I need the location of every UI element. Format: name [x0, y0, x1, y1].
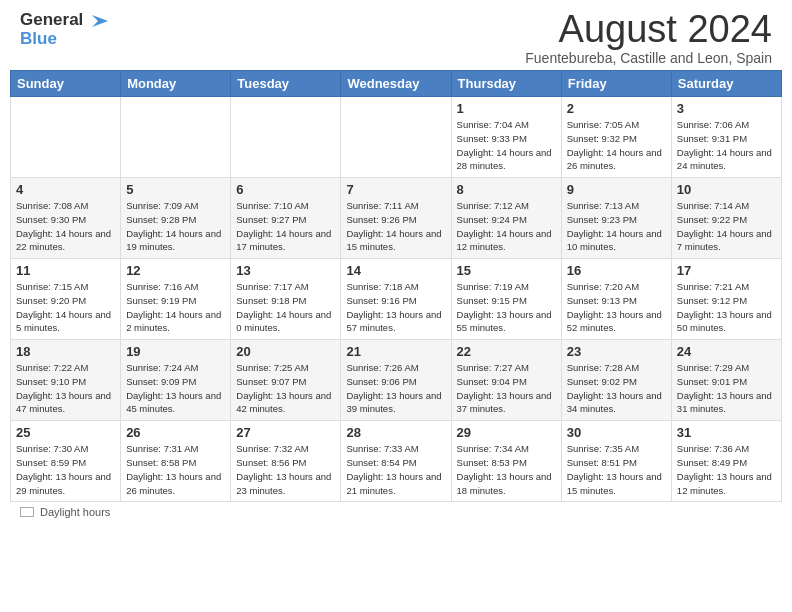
day-number: 10 [677, 182, 776, 197]
day-number: 2 [567, 101, 666, 116]
calendar-cell: 6Sunrise: 7:10 AM Sunset: 9:27 PM Daylig… [231, 178, 341, 259]
calendar-cell: 19Sunrise: 7:24 AM Sunset: 9:09 PM Dayli… [121, 340, 231, 421]
calendar-cell: 23Sunrise: 7:28 AM Sunset: 9:02 PM Dayli… [561, 340, 671, 421]
day-info: Sunrise: 7:25 AM Sunset: 9:07 PM Dayligh… [236, 361, 335, 416]
calendar-cell [231, 97, 341, 178]
day-number: 13 [236, 263, 335, 278]
calendar-cell: 4Sunrise: 7:08 AM Sunset: 9:30 PM Daylig… [11, 178, 121, 259]
day-info: Sunrise: 7:35 AM Sunset: 8:51 PM Dayligh… [567, 442, 666, 497]
calendar-cell: 22Sunrise: 7:27 AM Sunset: 9:04 PM Dayli… [451, 340, 561, 421]
day-info: Sunrise: 7:21 AM Sunset: 9:12 PM Dayligh… [677, 280, 776, 335]
day-number: 20 [236, 344, 335, 359]
logo-blue: Blue [20, 29, 57, 49]
day-number: 24 [677, 344, 776, 359]
day-number: 12 [126, 263, 225, 278]
day-number: 27 [236, 425, 335, 440]
day-info: Sunrise: 7:04 AM Sunset: 9:33 PM Dayligh… [457, 118, 556, 173]
calendar-cell: 29Sunrise: 7:34 AM Sunset: 8:53 PM Dayli… [451, 421, 561, 502]
calendar-cell: 17Sunrise: 7:21 AM Sunset: 9:12 PM Dayli… [671, 259, 781, 340]
day-info: Sunrise: 7:08 AM Sunset: 9:30 PM Dayligh… [16, 199, 115, 254]
calendar-table: SundayMondayTuesdayWednesdayThursdayFrid… [10, 70, 782, 502]
calendar-cell: 13Sunrise: 7:17 AM Sunset: 9:18 PM Dayli… [231, 259, 341, 340]
day-info: Sunrise: 7:15 AM Sunset: 9:20 PM Dayligh… [16, 280, 115, 335]
calendar-cell: 24Sunrise: 7:29 AM Sunset: 9:01 PM Dayli… [671, 340, 781, 421]
day-number: 4 [16, 182, 115, 197]
day-info: Sunrise: 7:33 AM Sunset: 8:54 PM Dayligh… [346, 442, 445, 497]
day-info: Sunrise: 7:27 AM Sunset: 9:04 PM Dayligh… [457, 361, 556, 416]
calendar-cell: 20Sunrise: 7:25 AM Sunset: 9:07 PM Dayli… [231, 340, 341, 421]
day-info: Sunrise: 7:26 AM Sunset: 9:06 PM Dayligh… [346, 361, 445, 416]
daylight-label: Daylight hours [40, 506, 110, 518]
day-info: Sunrise: 7:13 AM Sunset: 9:23 PM Dayligh… [567, 199, 666, 254]
calendar-cell: 1Sunrise: 7:04 AM Sunset: 9:33 PM Daylig… [451, 97, 561, 178]
day-info: Sunrise: 7:12 AM Sunset: 9:24 PM Dayligh… [457, 199, 556, 254]
day-number: 19 [126, 344, 225, 359]
day-number: 8 [457, 182, 556, 197]
day-header: Friday [561, 71, 671, 97]
day-info: Sunrise: 7:18 AM Sunset: 9:16 PM Dayligh… [346, 280, 445, 335]
day-info: Sunrise: 7:22 AM Sunset: 9:10 PM Dayligh… [16, 361, 115, 416]
day-info: Sunrise: 7:30 AM Sunset: 8:59 PM Dayligh… [16, 442, 115, 497]
calendar-cell: 12Sunrise: 7:16 AM Sunset: 9:19 PM Dayli… [121, 259, 231, 340]
day-number: 28 [346, 425, 445, 440]
day-info: Sunrise: 7:28 AM Sunset: 9:02 PM Dayligh… [567, 361, 666, 416]
logo: General Blue [20, 10, 110, 49]
calendar-cell: 18Sunrise: 7:22 AM Sunset: 9:10 PM Dayli… [11, 340, 121, 421]
day-info: Sunrise: 7:36 AM Sunset: 8:49 PM Dayligh… [677, 442, 776, 497]
calendar-cell: 30Sunrise: 7:35 AM Sunset: 8:51 PM Dayli… [561, 421, 671, 502]
calendar-cell: 3Sunrise: 7:06 AM Sunset: 9:31 PM Daylig… [671, 97, 781, 178]
calendar-cell: 21Sunrise: 7:26 AM Sunset: 9:06 PM Dayli… [341, 340, 451, 421]
calendar-cell: 8Sunrise: 7:12 AM Sunset: 9:24 PM Daylig… [451, 178, 561, 259]
calendar-cell: 9Sunrise: 7:13 AM Sunset: 9:23 PM Daylig… [561, 178, 671, 259]
day-info: Sunrise: 7:19 AM Sunset: 9:15 PM Dayligh… [457, 280, 556, 335]
month-year: August 2024 [525, 10, 772, 48]
location: Fuentebureba, Castille and Leon, Spain [525, 50, 772, 66]
calendar-cell: 11Sunrise: 7:15 AM Sunset: 9:20 PM Dayli… [11, 259, 121, 340]
day-number: 17 [677, 263, 776, 278]
footer: Daylight hours [0, 502, 792, 522]
day-info: Sunrise: 7:10 AM Sunset: 9:27 PM Dayligh… [236, 199, 335, 254]
calendar-cell: 25Sunrise: 7:30 AM Sunset: 8:59 PM Dayli… [11, 421, 121, 502]
day-info: Sunrise: 7:17 AM Sunset: 9:18 PM Dayligh… [236, 280, 335, 335]
calendar-cell [11, 97, 121, 178]
calendar-cell: 26Sunrise: 7:31 AM Sunset: 8:58 PM Dayli… [121, 421, 231, 502]
day-info: Sunrise: 7:24 AM Sunset: 9:09 PM Dayligh… [126, 361, 225, 416]
day-number: 26 [126, 425, 225, 440]
day-number: 21 [346, 344, 445, 359]
day-info: Sunrise: 7:05 AM Sunset: 9:32 PM Dayligh… [567, 118, 666, 173]
day-number: 31 [677, 425, 776, 440]
day-header: Tuesday [231, 71, 341, 97]
svg-marker-0 [92, 15, 108, 27]
page-header: General Blue August 2024 Fuentebureba, C… [0, 0, 792, 70]
day-number: 11 [16, 263, 115, 278]
day-number: 30 [567, 425, 666, 440]
day-number: 6 [236, 182, 335, 197]
day-header: Sunday [11, 71, 121, 97]
calendar-cell: 10Sunrise: 7:14 AM Sunset: 9:22 PM Dayli… [671, 178, 781, 259]
day-info: Sunrise: 7:34 AM Sunset: 8:53 PM Dayligh… [457, 442, 556, 497]
calendar-cell [121, 97, 231, 178]
day-header: Saturday [671, 71, 781, 97]
day-info: Sunrise: 7:06 AM Sunset: 9:31 PM Dayligh… [677, 118, 776, 173]
calendar-cell: 14Sunrise: 7:18 AM Sunset: 9:16 PM Dayli… [341, 259, 451, 340]
calendar-cell: 28Sunrise: 7:33 AM Sunset: 8:54 PM Dayli… [341, 421, 451, 502]
title-block: August 2024 Fuentebureba, Castille and L… [525, 10, 772, 66]
day-number: 15 [457, 263, 556, 278]
logo-arrow-icon [90, 11, 110, 31]
calendar-cell: 2Sunrise: 7:05 AM Sunset: 9:32 PM Daylig… [561, 97, 671, 178]
day-number: 5 [126, 182, 225, 197]
day-info: Sunrise: 7:20 AM Sunset: 9:13 PM Dayligh… [567, 280, 666, 335]
day-info: Sunrise: 7:16 AM Sunset: 9:19 PM Dayligh… [126, 280, 225, 335]
calendar-cell: 15Sunrise: 7:19 AM Sunset: 9:15 PM Dayli… [451, 259, 561, 340]
calendar-cell [341, 97, 451, 178]
day-header: Monday [121, 71, 231, 97]
day-number: 18 [16, 344, 115, 359]
day-info: Sunrise: 7:32 AM Sunset: 8:56 PM Dayligh… [236, 442, 335, 497]
day-number: 3 [677, 101, 776, 116]
day-number: 16 [567, 263, 666, 278]
calendar-cell: 27Sunrise: 7:32 AM Sunset: 8:56 PM Dayli… [231, 421, 341, 502]
day-info: Sunrise: 7:14 AM Sunset: 9:22 PM Dayligh… [677, 199, 776, 254]
calendar-cell: 7Sunrise: 7:11 AM Sunset: 9:26 PM Daylig… [341, 178, 451, 259]
day-number: 9 [567, 182, 666, 197]
day-number: 22 [457, 344, 556, 359]
